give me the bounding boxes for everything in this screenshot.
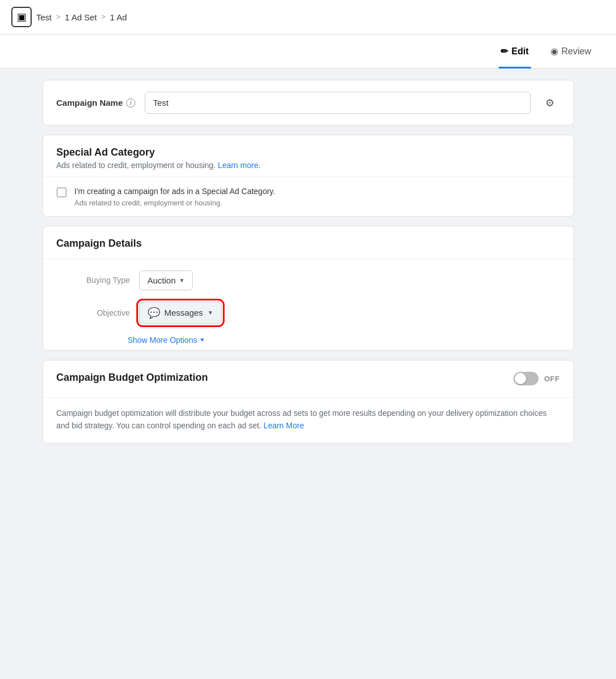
special-ad-checkbox-sub: Ads related to credit, employment or hou… xyxy=(75,199,275,207)
tab-edit[interactable]: ✏ Edit xyxy=(498,40,531,62)
campaign-name-card: Campaign Name i ⚙ xyxy=(42,80,574,126)
campaign-details-header: Campaign Details xyxy=(43,226,574,259)
toggle-knob xyxy=(515,373,526,384)
show-more-options-link[interactable]: Show More Options ▼ xyxy=(128,336,574,350)
breadcrumb: Test > 1 Ad Set > 1 Ad xyxy=(36,12,127,22)
buying-type-chevron-down-icon: ▼ xyxy=(179,277,185,283)
main-content: Campaign Name i ⚙ Special Ad Category Ad… xyxy=(25,68,591,455)
app-icon: ▣ xyxy=(11,7,32,27)
cbo-description: Campaign budget optimization will distri… xyxy=(43,397,574,444)
special-ad-checkbox-label: I'm creating a campaign for ads in a Spe… xyxy=(75,186,275,197)
campaign-name-row: Campaign Name i ⚙ xyxy=(43,80,574,125)
breadcrumb-ad[interactable]: 1 Ad xyxy=(110,12,127,22)
campaign-name-input[interactable] xyxy=(145,92,531,114)
breadcrumb-adset[interactable]: 1 Ad Set xyxy=(65,12,97,22)
special-ad-category-learn-more[interactable]: Learn more. xyxy=(218,161,260,170)
show-more-label: Show More Options xyxy=(128,336,197,345)
cbo-toggle[interactable] xyxy=(514,372,539,385)
breadcrumb-campaign[interactable]: Test xyxy=(36,12,52,22)
campaign-details-card: Campaign Details Buying Type Auction ▼ O… xyxy=(42,226,574,351)
top-bar: ▣ Test > 1 Ad Set > 1 Ad xyxy=(0,0,616,35)
special-ad-category-subtitle: Ads related to credit, employment or hou… xyxy=(57,161,560,170)
objective-label: Objective xyxy=(57,308,130,317)
cbo-title: Campaign Budget Optimization xyxy=(57,372,208,384)
tab-edit-label: Edit xyxy=(511,46,528,57)
messages-chat-icon: 💬 xyxy=(148,307,160,319)
tab-review[interactable]: ◉ Review xyxy=(548,40,593,62)
objective-dropdown[interactable]: 💬 Messages ▼ xyxy=(139,302,222,324)
buying-type-dropdown[interactable]: Auction ▼ xyxy=(139,270,193,290)
edit-pencil-icon: ✏ xyxy=(501,46,508,57)
campaign-details-title: Campaign Details xyxy=(57,238,560,250)
special-ad-category-header: Special Ad Category Ads related to credi… xyxy=(43,135,574,177)
review-eye-icon: ◉ xyxy=(550,46,558,57)
special-ad-checkbox-row: I'm creating a campaign for ads in a Spe… xyxy=(43,177,574,216)
special-ad-checkbox[interactable] xyxy=(57,187,67,197)
tab-review-label: Review xyxy=(562,46,591,57)
campaign-name-gear-button[interactable]: ⚙ xyxy=(540,93,560,113)
buying-type-label: Buying Type xyxy=(57,276,130,285)
cbo-learn-more[interactable]: Learn More xyxy=(264,421,304,430)
special-ad-category-title: Special Ad Category xyxy=(57,147,560,158)
cbo-header: Campaign Budget Optimization OFF xyxy=(43,360,574,397)
breadcrumb-sep-1: > xyxy=(57,13,61,21)
cbo-toggle-area: OFF xyxy=(514,372,560,385)
breadcrumb-sep-2: > xyxy=(101,13,105,21)
buying-type-row: Buying Type Auction ▼ xyxy=(43,259,574,302)
campaign-budget-card: Campaign Budget Optimization OFF Campaig… xyxy=(42,360,574,444)
campaign-name-label: Campaign Name i xyxy=(57,98,136,108)
gear-icon: ⚙ xyxy=(545,97,554,109)
objective-value: Messages xyxy=(165,308,203,317)
special-ad-category-card: Special Ad Category Ads related to credi… xyxy=(42,135,574,217)
objective-row: Objective 💬 Messages ▼ xyxy=(43,302,574,333)
special-ad-checkbox-labels: I'm creating a campaign for ads in a Spe… xyxy=(75,186,275,207)
objective-chevron-down-icon: ▼ xyxy=(208,310,213,316)
cbo-toggle-label: OFF xyxy=(544,375,560,383)
show-more-chevron-down-icon: ▼ xyxy=(199,337,205,343)
campaign-name-info-icon[interactable]: i xyxy=(126,98,135,108)
tab-bar: ✏ Edit ◉ Review xyxy=(0,35,616,68)
buying-type-value: Auction xyxy=(148,276,176,285)
